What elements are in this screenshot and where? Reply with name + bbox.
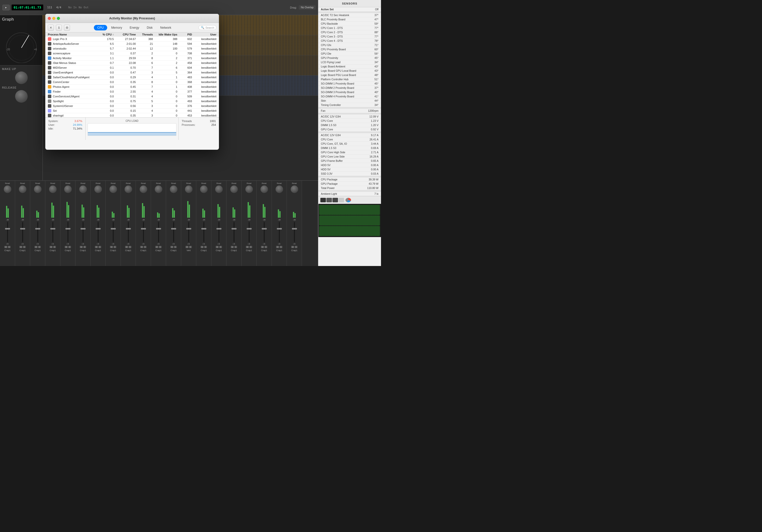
process-row[interactable]: Siri 0.0 0.15 4 0 441 leesilberkleit [45,109,219,113]
channel-m-btn[interactable]: M [231,246,234,248]
fader-handle[interactable] [186,228,191,230]
minimize-button[interactable] [52,17,55,20]
channel-s-btn[interactable]: S [114,246,116,248]
maximize-button[interactable] [57,17,60,20]
process-row[interactable]: Activity Monitor 1.1 29.59 8 2 371 leesi… [45,56,219,61]
channel-m-btn[interactable]: M [216,246,219,248]
channel-m-btn[interactable]: M [125,246,128,248]
process-row[interactable]: orionstudio 5.7 2:02.44 12 100 579 leesi… [45,46,219,51]
fader-handle[interactable] [81,228,86,230]
process-row[interactable]: MIDIServer 0.1 0.70 7 6 604 leesilberkle… [45,65,219,70]
channel-m-btn[interactable]: M [19,246,22,248]
fader-handle[interactable] [232,228,237,230]
channel-s-btn[interactable]: S [234,246,237,248]
channel-m-btn[interactable]: M [155,246,158,248]
channel-m-btn[interactable]: M [80,246,83,248]
channel-m-btn[interactable]: M [4,246,7,248]
channel-knob[interactable] [140,186,147,193]
channel-knob[interactable] [34,186,41,193]
col-header-name[interactable]: Process Name [48,33,97,36]
channel-knob[interactable] [261,186,268,193]
channel-knob[interactable] [215,186,223,193]
col-header-user[interactable]: User [192,33,216,36]
makeup-knob[interactable] [15,71,28,84]
process-row[interactable]: iStat Menus Status 0.7 22.08 6 2 458 lee… [45,61,219,65]
process-row[interactable]: Photos Agent 0.0 0.45 7 1 408 leesilberk… [45,85,219,89]
fader-handle[interactable] [216,228,221,230]
col-header-time[interactable]: CPU Time [114,33,136,36]
channel-s-btn[interactable]: S [8,246,11,248]
process-row[interactable]: CommCenter 0.0 0.35 8 0 368 leesilberkle… [45,80,219,85]
fader-handle[interactable] [126,228,131,230]
channel-knob[interactable] [4,186,11,193]
channel-s-btn[interactable]: S [265,246,267,248]
channel-m-btn[interactable]: M [110,246,113,248]
process-row[interactable]: SafariCloudHistoryPushAgent 0.0 0.29 4 1… [45,75,219,80]
fader-handle[interactable] [292,228,297,230]
channel-knob[interactable] [291,186,298,193]
fader-handle[interactable] [20,228,25,230]
sensor-icon-3[interactable] [333,198,338,202]
channel-knob[interactable] [200,186,208,193]
fader-handle[interactable] [5,228,10,230]
process-row[interactable]: Spotlight 0.0 0.75 5 0 493 leesilberklei… [45,99,219,104]
fader-handle[interactable] [171,228,176,230]
col-header-threads[interactable]: Threads [136,33,153,36]
channel-s-btn[interactable]: S [249,246,252,248]
channel-knob[interactable] [245,186,253,193]
no-overlap-badge[interactable]: No Overlap [299,5,316,10]
process-row[interactable]: screencapture 3.1 0.37 2 0 708 leesilber… [45,51,219,56]
channel-knob[interactable] [64,186,72,193]
fader-handle[interactable] [50,228,55,230]
sensor-icon-1[interactable] [320,198,326,202]
am-settings-btn[interactable]: ⚙ [64,25,70,31]
channel-knob[interactable] [94,186,102,193]
channel-s-btn[interactable]: S [279,246,282,248]
col-header-pid[interactable]: PID [178,33,192,36]
channel-s-btn[interactable]: S [83,246,86,248]
channel-s-btn[interactable]: S [53,246,56,248]
col-header-cpu[interactable]: % CPU ↑ [97,33,114,36]
channel-m-btn[interactable]: M [276,246,279,248]
channel-m-btn[interactable]: M [170,246,173,248]
am-close-btn[interactable]: ✕ [48,25,54,31]
fader-handle[interactable] [247,228,252,230]
channel-m-btn[interactable]: M [35,246,38,248]
process-row[interactable]: sharingd 0.0 0.35 3 0 453 leesilberkleit [45,113,219,117]
channel-m-btn[interactable]: M [200,246,203,248]
am-search-box[interactable]: 🔍 Search [198,25,216,30]
channel-m-btn[interactable]: M [95,246,98,248]
channel-s-btn[interactable]: S [159,246,162,248]
fader-handle[interactable] [156,228,161,230]
channel-knob[interactable] [230,186,238,193]
channel-knob[interactable] [49,186,57,193]
channel-knob[interactable] [110,186,117,193]
tab-memory[interactable]: Memory [108,25,125,31]
channel-knob[interactable] [275,186,283,193]
process-row[interactable]: UserEventAgent 0.0 0.47 3 5 364 leesilbe… [45,70,219,75]
channel-knob[interactable] [19,186,27,193]
fader-handle[interactable] [65,228,70,230]
col-header-idle[interactable]: Idle Wake Ups [153,33,178,36]
channel-s-btn[interactable]: S [144,246,146,248]
fader-handle[interactable] [201,228,206,230]
channel-s-btn[interactable]: S [189,246,192,248]
channel-s-btn[interactable]: S [295,246,297,248]
process-row[interactable]: CoreServicesUIAgent 0.0 0.31 4 0 509 lee… [45,94,219,99]
sensor-icon-2[interactable] [326,198,332,202]
process-row[interactable]: AntelopeAudioServer 6.5 2:01.00 21 148 5… [45,41,219,46]
channel-m-btn[interactable]: M [186,246,189,248]
tab-energy[interactable]: Energy [126,25,143,31]
close-button[interactable] [48,17,51,20]
channel-m-btn[interactable]: M [49,246,52,248]
fader-handle[interactable] [141,228,146,230]
channel-s-btn[interactable]: S [219,246,222,248]
channel-s-btn[interactable]: S [174,246,177,248]
channel-m-btn[interactable]: M [65,246,68,248]
channel-s-btn[interactable]: S [23,246,26,248]
channel-m-btn[interactable]: M [246,246,249,248]
process-row[interactable]: Finder 0.0 2.55 4 0 377 leesilberkleit [45,89,219,94]
fader-handle[interactable] [111,228,116,230]
tab-cpu[interactable]: CPU [94,25,107,31]
channel-m-btn[interactable]: M [140,246,143,248]
